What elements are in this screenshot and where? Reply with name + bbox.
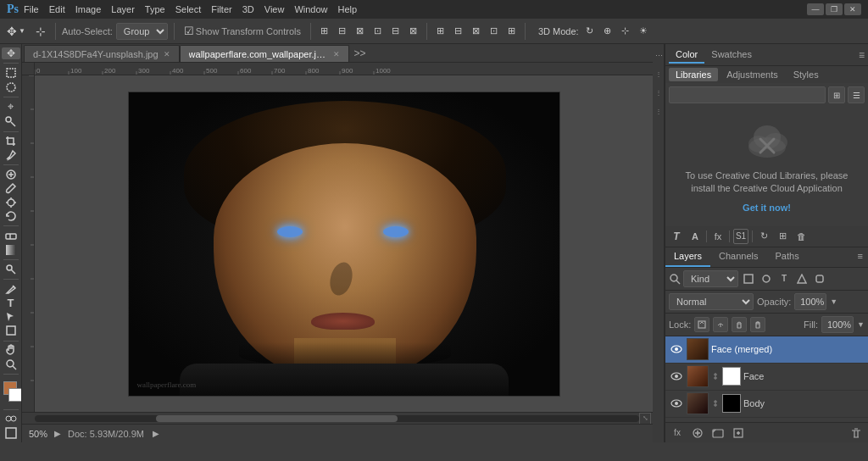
brush-tool[interactable]	[2, 182, 20, 194]
layer-new-btn[interactable]	[730, 425, 747, 441]
auto-select-dropdown[interactable]: Group	[116, 23, 168, 40]
3d-zoom-btn[interactable]: ⊹	[618, 24, 632, 38]
align-top-btn[interactable]: ⊡	[370, 24, 385, 38]
menu-layer[interactable]: Layer	[111, 4, 135, 14]
layers-tool-filter[interactable]: ⊞	[775, 229, 790, 244]
3d-light-btn[interactable]: ☀	[636, 24, 651, 38]
layer-body[interactable]: Body	[665, 391, 868, 418]
kind-adjust-icon[interactable]	[759, 271, 774, 286]
opacity-arrow[interactable]: ▼	[830, 297, 837, 306]
layers-tool-rotate[interactable]: ↻	[756, 229, 771, 244]
canvas-resize-btn[interactable]: ⤡	[639, 413, 651, 425]
menu-3d[interactable]: 3D	[242, 4, 254, 14]
kind-pixel-icon[interactable]	[741, 271, 756, 286]
subtab-libraries[interactable]: Libraries	[669, 68, 718, 81]
screen-mode-btn[interactable]	[2, 427, 20, 439]
move-tool-btn[interactable]: ✥ ▼	[3, 23, 29, 40]
subtab-styles[interactable]: Styles	[787, 68, 826, 81]
side-strip-btn-3[interactable]: ⋮	[654, 83, 664, 102]
clone-tool[interactable]	[2, 197, 20, 208]
top-panel-menu-btn[interactable]: ≡	[859, 49, 865, 61]
dodge-tool[interactable]	[2, 263, 20, 275]
layers-tool-s1[interactable]: S1	[733, 229, 748, 244]
menu-window[interactable]: Window	[294, 4, 327, 14]
status-arrow-btn[interactable]: ▶	[54, 429, 61, 438]
spot-heal-tool[interactable]	[2, 169, 20, 181]
h-scrollbar-track[interactable]	[35, 415, 639, 422]
lock-position-btn[interactable]	[732, 317, 747, 332]
gradient-tool[interactable]	[2, 243, 20, 255]
align-left-btn[interactable]: ⊞	[317, 24, 331, 38]
layer-fx-btn[interactable]: fx	[669, 425, 686, 441]
magic-wand-tool[interactable]	[2, 115, 20, 127]
menu-filter[interactable]: Filter	[211, 4, 231, 14]
layer-vis-face-merged[interactable]	[669, 342, 684, 357]
layers-panel-menu[interactable]: ≡	[853, 247, 868, 267]
kind-smart-icon[interactable]	[812, 271, 827, 286]
hand-tool[interactable]	[2, 344, 20, 356]
canvas-scroll[interactable]: wallpaperflare.com	[35, 75, 653, 412]
kind-type-icon[interactable]: T	[776, 271, 792, 286]
tab-paths[interactable]: Paths	[767, 247, 808, 267]
tab-channels[interactable]: Channels	[710, 247, 766, 267]
zoom-tool[interactable]	[2, 358, 20, 370]
align-center-btn[interactable]: ⊟	[335, 24, 349, 38]
layer-delete-btn[interactable]	[848, 425, 865, 441]
history-brush-tool[interactable]	[2, 210, 20, 222]
align-middle-btn[interactable]: ⊟	[388, 24, 403, 38]
marquee-elliptical-tool[interactable]	[2, 81, 20, 92]
lock-pixels-btn[interactable]	[694, 317, 709, 332]
shape-tool[interactable]	[2, 325, 20, 336]
background-color[interactable]	[8, 388, 22, 402]
menu-view[interactable]: View	[264, 4, 285, 14]
fill-input[interactable]	[821, 316, 854, 333]
layers-tool-trash[interactable]: 🗑	[793, 229, 809, 244]
menu-image[interactable]: Image	[75, 4, 102, 14]
layers-tool-A[interactable]: A	[687, 229, 703, 244]
eyedropper-tool[interactable]	[2, 149, 20, 161]
3d-rotate-btn[interactable]: ↻	[582, 24, 597, 38]
maximize-button[interactable]: ❐	[826, 3, 843, 15]
tab-overflow-btn[interactable]: >>	[349, 47, 371, 59]
side-strip-btn-2[interactable]: ⋮	[654, 64, 664, 83]
layer-vis-face[interactable]	[669, 369, 684, 384]
transform-btn[interactable]: ⊹	[32, 23, 49, 40]
lock-image-btn[interactable]	[713, 317, 728, 332]
side-strip-btn-4[interactable]: ⋮	[654, 102, 664, 120]
library-list-view-btn[interactable]: ☰	[848, 86, 865, 103]
layer-new-fill-btn[interactable]	[689, 425, 706, 441]
menu-select[interactable]: Select	[175, 4, 202, 14]
opacity-input[interactable]	[794, 293, 826, 310]
tab-2[interactable]: wallpaperflare.com_wallpaper.jpg @ 50% (…	[180, 45, 349, 62]
layer-new-group-btn[interactable]	[709, 425, 726, 441]
layer-face[interactable]: Face	[665, 364, 868, 391]
status-doc-arrow[interactable]: ▶	[153, 429, 159, 438]
close-button[interactable]: ✕	[844, 3, 861, 15]
tab-color[interactable]: Color	[669, 47, 704, 64]
distribute-btn2[interactable]: ⊠	[469, 24, 483, 38]
eraser-tool[interactable]	[2, 230, 20, 242]
lock-all-btn[interactable]	[750, 317, 765, 332]
menu-file[interactable]: File	[24, 4, 39, 14]
marquee-rectangular-tool[interactable]	[2, 67, 20, 79]
blend-mode-dropdown[interactable]: Normal	[669, 293, 754, 310]
crop-tool[interactable]	[2, 135, 20, 147]
quick-mask-btn[interactable]	[2, 413, 20, 425]
subtab-adjustments[interactable]: Adjustments	[720, 68, 785, 81]
menu-help[interactable]: Help	[338, 4, 358, 14]
path-selection-tool[interactable]	[2, 311, 20, 323]
kind-shape-icon[interactable]	[794, 271, 810, 286]
kind-dropdown[interactable]: Kind	[683, 270, 738, 287]
layer-face-merged[interactable]: Face (merged)	[665, 336, 868, 364]
tab-swatches[interactable]: Swatches	[704, 47, 759, 64]
menu-edit[interactable]: Edit	[49, 4, 65, 14]
library-search-input[interactable]	[669, 86, 826, 103]
distribute-btn4[interactable]: ⊞	[504, 24, 519, 38]
tab-1-close[interactable]: ✕	[164, 50, 170, 58]
type-tool[interactable]: T	[2, 297, 20, 309]
h-scrollbar-thumb[interactable]	[156, 415, 398, 422]
minimize-button[interactable]: —	[807, 3, 824, 15]
tab-1[interactable]: d-1X14S8DFa4Y-unsplash.jpg ✕	[24, 45, 180, 62]
fill-arrow[interactable]: ▼	[857, 320, 865, 329]
distribute-v-btn[interactable]: ⊟	[451, 24, 465, 38]
